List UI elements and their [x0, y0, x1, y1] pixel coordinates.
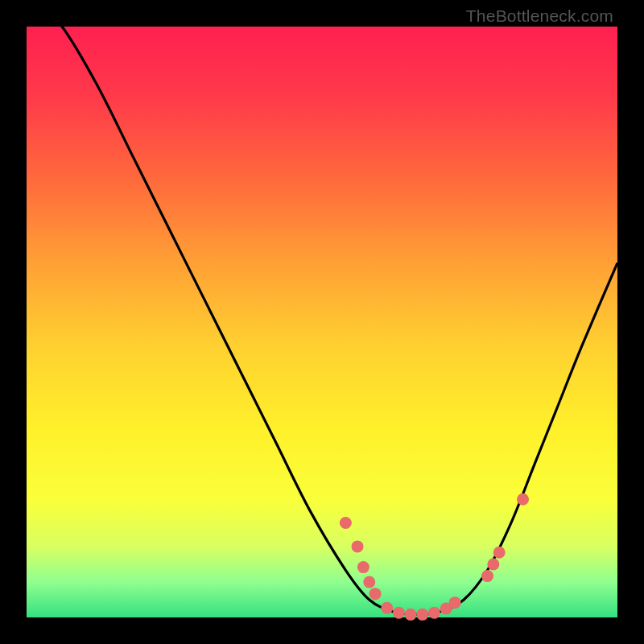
watermark-text: TheBottleneck.com: [466, 6, 613, 26]
chart-container: TheBottleneck.com: [0, 0, 644, 644]
data-markers: [340, 493, 529, 621]
data-point: [340, 517, 352, 529]
data-point: [416, 609, 428, 621]
data-point: [352, 540, 364, 552]
curve-svg: [27, 27, 617, 617]
data-point: [357, 561, 369, 573]
data-point: [481, 570, 493, 582]
plot-area: [27, 27, 617, 617]
data-point: [363, 576, 375, 588]
data-point: [369, 588, 382, 600]
bottleneck-curve: [27, 0, 617, 614]
data-point: [381, 602, 393, 614]
data-point: [405, 609, 417, 621]
data-point: [493, 547, 506, 559]
data-point: [449, 597, 461, 609]
data-point: [428, 607, 440, 619]
data-point: [393, 607, 405, 619]
data-point: [487, 558, 499, 570]
data-point: [517, 493, 529, 506]
